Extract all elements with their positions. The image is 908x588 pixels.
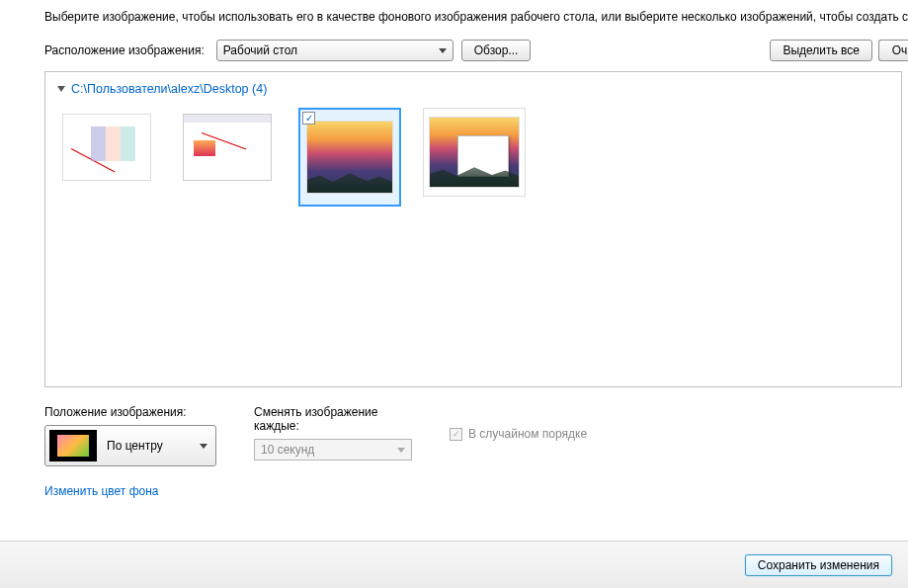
thumbnail-item[interactable] — [178, 108, 277, 187]
gallery-path-text: C:\Пользователи\alexz\Desktop (4) — [71, 82, 267, 96]
thumbnail-image — [62, 114, 151, 181]
bottom-controls: Положение изображения: По центру Сменять… — [44, 405, 908, 466]
chevron-down-icon — [200, 444, 207, 449]
thumbnail-item[interactable] — [57, 108, 156, 187]
collapse-toggle-icon[interactable] — [57, 86, 65, 92]
thumbnail-item-selected[interactable]: ✓ — [298, 108, 401, 207]
gallery-container: C:\Пользователи\alexz\Desktop (4) ✓ — [44, 71, 902, 387]
location-dropdown[interactable]: Рабочий стол — [216, 40, 454, 61]
footer-bar: Сохранить изменения — [0, 541, 908, 588]
browse-button[interactable]: Обзор... — [461, 40, 532, 61]
thumbnail-image — [306, 121, 393, 194]
change-bg-color-link[interactable]: Изменить цвет фона — [44, 484, 159, 498]
position-preview — [49, 430, 97, 462]
gallery-path-row[interactable]: C:\Пользователи\alexz\Desktop (4) — [57, 82, 889, 96]
interval-group: Сменять изображение каждые: 10 секунд — [254, 405, 412, 461]
save-button[interactable]: Сохранить изменения — [745, 554, 892, 576]
thumbnail-checkbox[interactable]: ✓ — [302, 112, 315, 125]
interval-dropdown[interactable]: 10 секунд — [254, 439, 412, 461]
location-label: Расположение изображения: — [44, 43, 205, 57]
thumbnail-list: ✓ — [57, 108, 889, 207]
interval-dropdown-value: 10 секунд — [261, 443, 314, 457]
position-dropdown[interactable]: По центру — [44, 425, 216, 466]
position-group: Положение изображения: По центру — [44, 405, 216, 466]
position-dropdown-value: По центру — [107, 439, 163, 453]
thumbnail-image — [429, 117, 520, 188]
shuffle-checkbox[interactable]: ✓ — [450, 428, 462, 441]
position-label: Положение изображения: — [44, 405, 216, 419]
chevron-down-icon — [397, 448, 405, 453]
chevron-down-icon — [439, 48, 447, 53]
instruction-text: Выберите изображение, чтобы использовать… — [44, 10, 908, 24]
thumbnail-item[interactable] — [423, 108, 526, 197]
location-dropdown-value: Рабочий стол — [223, 43, 297, 57]
select-all-button[interactable]: Выделить все — [770, 40, 872, 61]
shuffle-label: В случайном порядке — [468, 427, 587, 441]
location-row: Расположение изображения: Рабочий стол О… — [44, 40, 908, 61]
interval-label: Сменять изображение каждые: — [254, 405, 402, 433]
clear-button[interactable]: Оч — [878, 40, 908, 61]
thumbnail-image — [183, 114, 272, 181]
shuffle-row: ✓ В случайном порядке — [450, 427, 587, 441]
